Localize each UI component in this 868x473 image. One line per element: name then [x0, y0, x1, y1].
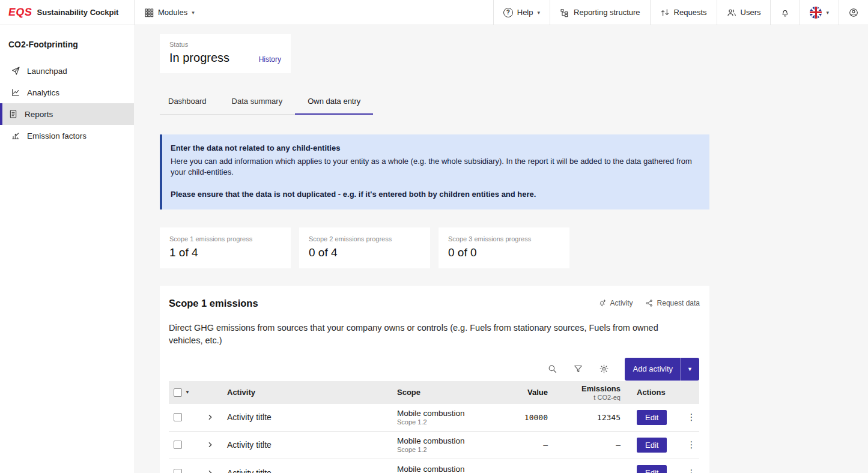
table-row: Activity titlte Mobile combustion Scope …: [169, 432, 699, 459]
add-activity-button[interactable]: Add activity ▼: [625, 358, 699, 381]
language-selector[interactable]: ▾: [800, 0, 839, 25]
table-toolbar: Add activity ▼: [169, 357, 699, 381]
requests-exchange-icon: [660, 8, 670, 17]
chart-icon: [11, 88, 20, 97]
select-all-checkbox[interactable]: [174, 388, 182, 397]
chevron-down-icon: ▾: [192, 10, 195, 16]
history-link[interactable]: History: [259, 55, 281, 64]
cell-activity: Activity titlte: [227, 412, 397, 422]
cell-emissions: –: [548, 468, 621, 473]
info-box-note: Please ensure that the data is not dupli…: [171, 189, 699, 200]
edit-button[interactable]: Edit: [637, 465, 667, 473]
sidebar-item-reports[interactable]: Reports: [0, 103, 134, 125]
request-data-link[interactable]: Request data: [645, 299, 700, 307]
progress-cards: Scope 1 emissions progress 1 of 4 Scope …: [160, 227, 709, 268]
tab-dashboard[interactable]: Dashboard: [160, 93, 219, 115]
gear-icon[interactable]: [599, 364, 609, 374]
account-icon: [849, 8, 858, 17]
cell-scope-sub: Scope 1.2: [397, 418, 495, 426]
cell-value: –: [495, 441, 548, 450]
table-row: Activity titlte Mobile combustion Scope …: [169, 459, 699, 473]
cell-activity: Activity titlte: [227, 468, 397, 473]
bell-plus-icon: [598, 299, 607, 307]
activities-table: Add activity ▼ ▼ Activity Scope Value: [169, 357, 699, 473]
filter-icon[interactable]: [573, 364, 583, 374]
sidebar-item-label: Emission factors: [27, 131, 86, 140]
section-title: Scope 1 emissions: [169, 298, 258, 309]
help-label: Help: [517, 8, 533, 17]
status-label: Status: [169, 41, 281, 48]
users-icon: [727, 8, 736, 17]
row-checkbox[interactable]: [174, 441, 182, 449]
hierarchy-icon: [560, 8, 569, 17]
cell-scope: Mobile combustion Scope 1.2: [397, 465, 495, 473]
modules-menu[interactable]: Modules ▾: [134, 0, 204, 25]
help-menu[interactable]: ? Help ▾: [493, 0, 550, 25]
sidebar-item-label: Analytics: [27, 88, 59, 97]
chevron-right-icon[interactable]: [206, 441, 214, 449]
cell-activity: Activity titlte: [227, 440, 397, 450]
row-checkbox[interactable]: [174, 413, 182, 421]
progress-value: 0 of 0: [448, 246, 560, 259]
sidebar-item-emission-factors[interactable]: Emission factors: [0, 125, 134, 146]
status-value: In progress: [169, 51, 229, 65]
section-description: Direct GHG emissions from sources that y…: [169, 322, 687, 347]
activity-link[interactable]: Activity: [598, 299, 633, 307]
tab-own-data-entry[interactable]: Own data entry: [295, 93, 373, 115]
scope1-progress-card: Scope 1 emissions progress 1 of 4: [160, 227, 291, 268]
kebab-menu-icon[interactable]: ⋮: [687, 468, 696, 473]
scope3-progress-card: Scope 3 emissions progress 0 of 0: [439, 227, 569, 268]
reporting-structure-label: Reporting structure: [574, 8, 640, 17]
users-label: Users: [741, 8, 761, 17]
users-link[interactable]: Users: [717, 0, 771, 25]
help-icon: ?: [503, 8, 513, 17]
reporting-structure-link[interactable]: Reporting structure: [550, 0, 650, 25]
scope1-emissions-section: Scope 1 emissions Activity Request data: [160, 286, 709, 473]
cell-scope: Mobile combustion Scope 1.2: [397, 409, 495, 426]
select-dropdown-icon[interactable]: ▼: [185, 390, 190, 395]
brand: EQS Sustainability Cockpit: [0, 0, 134, 25]
rocket-icon: [11, 66, 20, 76]
header-actions: Actions: [621, 388, 699, 397]
factors-icon: [11, 131, 20, 140]
chevron-down-icon: ▾: [826, 10, 829, 16]
chevron-right-icon[interactable]: [206, 413, 214, 421]
row-checkbox[interactable]: [174, 469, 182, 473]
kebab-menu-icon[interactable]: ⋮: [687, 412, 696, 423]
activity-link-label: Activity: [610, 299, 633, 307]
cell-scope-sub: Scope 1.2: [397, 446, 495, 453]
search-icon[interactable]: [547, 364, 557, 374]
cell-value: 10000: [495, 413, 548, 422]
sidebar-item-analytics[interactable]: Analytics: [0, 82, 134, 103]
edit-button[interactable]: Edit: [637, 410, 667, 425]
cell-emissions: 12345: [548, 413, 621, 422]
uk-flag-icon: [810, 7, 822, 19]
cell-emissions: –: [548, 441, 621, 450]
modules-grid-icon: [144, 8, 154, 17]
info-box-title: Enter the data not related to any child-…: [171, 143, 699, 154]
sidebar-item-launchpad[interactable]: Launchpad: [0, 60, 134, 82]
progress-label: Scope 1 emissions progress: [169, 235, 281, 243]
kebab-menu-icon[interactable]: ⋮: [687, 439, 696, 450]
main-area: Status In progress History Dashboard Dat…: [134, 25, 868, 473]
chevron-right-icon[interactable]: [206, 469, 214, 473]
header-value: Value: [495, 388, 548, 397]
account-menu[interactable]: [839, 0, 868, 25]
scope2-progress-card: Scope 2 emissions progress 0 of 4: [299, 227, 430, 268]
edit-button[interactable]: Edit: [637, 438, 667, 453]
progress-value: 1 of 4: [169, 246, 281, 259]
header-scope: Scope: [397, 388, 495, 397]
table-row: Activity titlte Mobile combustion Scope …: [169, 404, 699, 432]
brand-name: Sustainability Cockpit: [37, 8, 119, 17]
status-card: Status In progress History: [160, 34, 291, 73]
header-activity: Activity: [227, 388, 397, 397]
notifications-button[interactable]: [770, 0, 800, 25]
report-icon: [8, 109, 18, 119]
tab-data-summary[interactable]: Data summary: [219, 93, 296, 115]
modules-label: Modules: [158, 8, 187, 17]
requests-link[interactable]: Requests: [650, 0, 717, 25]
sidebar-title: CO2-Footprinting: [0, 25, 134, 60]
progress-label: Scope 2 emissions progress: [309, 235, 420, 243]
chevron-down-icon[interactable]: ▼: [681, 366, 699, 372]
requests-label: Requests: [674, 8, 707, 17]
